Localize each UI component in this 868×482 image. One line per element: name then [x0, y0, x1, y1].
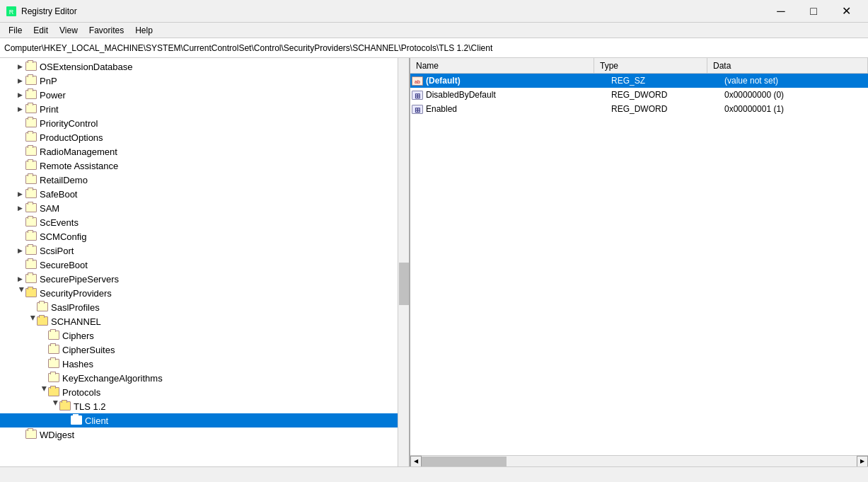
- tree-item-schannel[interactable]: ▶ SCHANNEL: [0, 314, 409, 328]
- tree-item-prioritycontrol[interactable]: ▶ PriorityControl: [0, 116, 409, 130]
- tree-item-ciphers[interactable]: ▶ Ciphers: [0, 328, 409, 343]
- menu-file[interactable]: File: [3, 24, 28, 37]
- right-panel: Name Type Data ab (Default) REG_SZ (valu…: [410, 58, 868, 466]
- folder-closed-icon: [25, 76, 37, 86]
- col-header-data: Data: [707, 58, 868, 73]
- folder-open-icon: [37, 316, 48, 326]
- tree-item-osextension[interactable]: ▶ OSExtensionDatabase: [0, 59, 409, 74]
- expand-icon: ▶: [14, 202, 25, 214]
- folder-closed-icon: [25, 104, 37, 114]
- svg-text:R: R: [9, 8, 14, 16]
- tree-item-scsiport[interactable]: ▶ ScsiPort: [0, 243, 409, 258]
- reg-name-enabled: Enabled: [424, 104, 608, 114]
- folder-closed-icon: [25, 231, 37, 241]
- tree-item-client[interactable]: ▶ Client: [0, 413, 409, 428]
- statusbar: [0, 466, 868, 482]
- tree-scrollbar[interactable]: [398, 58, 409, 466]
- expand-icon: ▶: [14, 188, 25, 200]
- tree-item-radiomanagement[interactable]: ▶ RadioManagement: [0, 144, 409, 159]
- menu-favorites[interactable]: Favorites: [83, 24, 129, 37]
- tree-item-secureboot[interactable]: ▶ SecureBoot: [0, 258, 409, 272]
- expand-icon: ▶: [14, 61, 25, 72]
- expand-icon: ▶: [14, 287, 25, 299]
- folder-closed-icon: [25, 246, 37, 256]
- maximize-button[interactable]: □: [797, 0, 830, 23]
- tree-item-productoptions[interactable]: ▶ ProductOptions: [0, 130, 409, 144]
- tree-item-power[interactable]: ▶ Power: [0, 88, 409, 102]
- folder-open-icon: [59, 401, 71, 411]
- tree-item-safeboot[interactable]: ▶ SafeBoot: [0, 187, 409, 201]
- tree-item-saslprofiles[interactable]: ▶ SaslProfiles: [0, 300, 409, 314]
- scroll-right-btn[interactable]: ▶: [857, 456, 868, 467]
- scroll-track[interactable]: [422, 456, 857, 467]
- tree-item-ciphersuites[interactable]: ▶ CipherSuites: [0, 343, 409, 357]
- reg-data-enabled: 0x00000001 (1): [722, 104, 868, 114]
- folder-closed-icon: [48, 373, 59, 383]
- reg-data-disabledbydefault: 0x00000000 (0): [722, 90, 868, 100]
- scroll-thumb[interactable]: [422, 457, 507, 466]
- folder-open-icon: [48, 387, 59, 397]
- addressbar: Computer\HKEY_LOCAL_MACHINE\SYSTEM\Curre…: [0, 38, 868, 58]
- col-header-type: Type: [594, 58, 707, 73]
- menu-help[interactable]: Help: [129, 24, 158, 37]
- tree-item-scmconfig[interactable]: ▶ SCMConfig: [0, 229, 409, 243]
- close-button[interactable]: ✕: [830, 0, 862, 23]
- folder-closed-icon: [25, 118, 37, 128]
- folder-closed-icon: [25, 90, 37, 100]
- scroll-left-btn[interactable]: ◀: [410, 456, 422, 467]
- reg-row-default[interactable]: ab (Default) REG_SZ (value not set): [410, 74, 868, 88]
- folder-closed-icon: [25, 274, 37, 284]
- folder-closed-icon: [48, 345, 59, 355]
- reg-type-enabled: REG_DWORD: [608, 104, 722, 114]
- folder-closed-icon: [71, 415, 82, 425]
- tree-item-hashes[interactable]: ▶ Hashes: [0, 357, 409, 371]
- expand-icon: ▶: [25, 316, 37, 327]
- tree-item-scevents[interactable]: ▶ ScEvents: [0, 215, 409, 229]
- folder-open-icon: [25, 288, 37, 298]
- tree-item-print[interactable]: ▶ Print: [0, 102, 409, 116]
- tree-item-protocols[interactable]: ▶ Protocols: [0, 385, 409, 399]
- tree-item-sam[interactable]: ▶ SAM: [0, 201, 409, 215]
- menu-view[interactable]: View: [54, 24, 83, 37]
- folder-closed-icon: [25, 189, 37, 199]
- menu-edit[interactable]: Edit: [28, 24, 54, 37]
- tree-item-keyexchange[interactable]: ▶ KeyExchangeAlgorithms: [0, 371, 409, 385]
- tree-scrollbar-thumb[interactable]: [399, 263, 409, 305]
- reg-name-default: (Default): [424, 76, 608, 86]
- registry-content: ab (Default) REG_SZ (value not set) ⊞ Di…: [410, 74, 868, 116]
- folder-closed-icon: [25, 62, 37, 71]
- folder-closed-icon: [48, 331, 59, 340]
- right-panel-header: Name Type Data: [410, 58, 868, 74]
- folder-closed-icon: [25, 161, 37, 171]
- reg-type-disabledbydefault: REG_DWORD: [608, 90, 722, 100]
- right-panel-scrollbar[interactable]: ◀ ▶: [410, 455, 868, 466]
- expand-icon: ▶: [14, 89, 25, 101]
- main-area: ▶ OSExtensionDatabase ▶ PnP ▶ Power ▶ Pr…: [0, 58, 868, 466]
- address-path: Computer\HKEY_LOCAL_MACHINE\SYSTEM\Curre…: [4, 43, 492, 53]
- reg-row-enabled[interactable]: ⊞ Enabled REG_DWORD 0x00000001 (1): [410, 102, 868, 116]
- dword-icon: ⊞: [410, 91, 424, 100]
- tree-item-pnp[interactable]: ▶ PnP: [0, 74, 409, 88]
- titlebar: R Registry Editor ─ □ ✕: [0, 0, 868, 23]
- tree-item-remoteassistance[interactable]: ▶ Remote Assistance: [0, 159, 409, 173]
- window-title: Registry Editor: [21, 6, 765, 16]
- minimize-button[interactable]: ─: [765, 0, 797, 23]
- reg-row-disabledbydefault[interactable]: ⊞ DisabledByDefault REG_DWORD 0x00000000…: [410, 88, 868, 102]
- folder-closed-icon: [25, 132, 37, 142]
- expand-icon: ▶: [14, 245, 25, 256]
- tree-item-securepipeservers[interactable]: ▶ SecurePipeServers: [0, 272, 409, 286]
- col-header-name: Name: [410, 58, 594, 73]
- expand-icon: ▶: [14, 75, 25, 86]
- reg-data-default: (value not set): [722, 76, 868, 86]
- tree-content: ▶ OSExtensionDatabase ▶ PnP ▶ Power ▶ Pr…: [0, 58, 409, 466]
- reg-type-default: REG_SZ: [608, 76, 722, 86]
- tree-item-tls12[interactable]: ▶ TLS 1.2: [0, 399, 409, 413]
- tree-item-securityproviders[interactable]: ▶ SecurityProviders: [0, 286, 409, 300]
- expand-icon: ▶: [48, 401, 59, 412]
- folder-closed-icon: [37, 302, 48, 312]
- titlebar-buttons: ─ □ ✕: [765, 0, 862, 23]
- folder-closed-icon: [48, 359, 59, 369]
- tree-item-retaildemo[interactable]: ▶ RetailDemo: [0, 173, 409, 187]
- tree-item-wdigest[interactable]: ▶ WDigest: [0, 428, 409, 442]
- folder-closed-icon: [25, 217, 37, 227]
